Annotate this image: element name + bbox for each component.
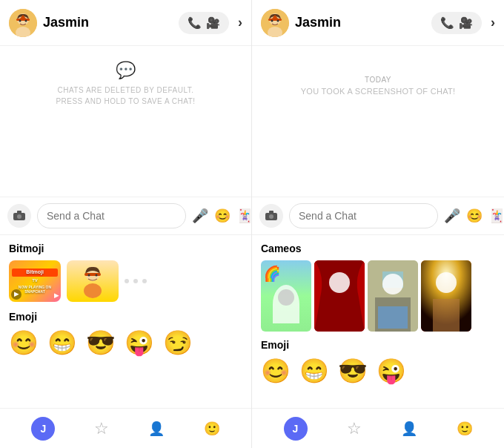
svg-point-5 (19, 19, 21, 22)
emoji-3[interactable]: 😎 (86, 329, 116, 357)
right-chat-input[interactable] (289, 203, 438, 228)
left-bitmoji-row: Bitmoji TV NOW PLAYING ON SNAPCHAT ▶ (9, 260, 242, 302)
right-emoji-1[interactable]: 😊 (261, 357, 291, 385)
left-emoji-title: Emoji (9, 311, 242, 323)
right-video-icon[interactable]: 🎥 (459, 16, 473, 30)
svg-point-20 (271, 19, 273, 22)
svg-point-33 (436, 272, 457, 293)
left-nav-ghost[interactable]: J (31, 417, 55, 441)
right-input-bar: 🎤 😊 🃏 🚀 ! (252, 197, 504, 234)
left-chevron[interactable]: › (238, 15, 242, 30)
emoji-4[interactable]: 😜 (125, 329, 154, 357)
right-nav-star[interactable]: ☆ (347, 419, 362, 438)
svg-rect-9 (17, 211, 21, 214)
left-bottom-nav: J ☆ 👤 🙂 (0, 408, 251, 448)
bitmoji-char-thumb[interactable] (67, 260, 119, 302)
right-avatar (261, 9, 289, 37)
right-call-video-pill[interactable]: 📞 🎥 (431, 12, 482, 34)
cameo-office[interactable] (368, 260, 418, 332)
left-emoji-row: 😊 😁 😎 😜 😏 (9, 329, 242, 357)
left-chat-area: 💬 CHATS ARE DELETED BY DEFAULT. PRESS AN… (0, 46, 251, 197)
left-nav-star[interactable]: ☆ (94, 419, 109, 438)
bitmoji-tv-thumb[interactable]: Bitmoji TV NOW PLAYING ON SNAPCHAT ▶ (9, 260, 61, 302)
right-panel: Jasmin 📞 🎥 › TODAY YOU TOOK A SCREENSHOT… (252, 0, 504, 448)
right-nav-ghost[interactable]: J (284, 417, 308, 441)
right-emoji-icon[interactable]: 😊 (466, 208, 483, 224)
left-sticker-icon[interactable]: 🃏 (236, 208, 252, 224)
left-chat-input[interactable] (37, 203, 186, 228)
svg-point-26 (329, 272, 350, 293)
right-username: Jasmin (295, 15, 431, 30)
right-emoji-4[interactable]: 😜 (377, 357, 406, 385)
svg-point-23 (269, 214, 273, 219)
right-emoji-3[interactable]: 😎 (338, 357, 368, 385)
right-camera-button[interactable] (259, 204, 283, 228)
right-mic-icon[interactable]: 🎤 (444, 208, 460, 224)
left-camera-button[interactable] (7, 204, 31, 228)
left-chat-hint-line1: CHATS ARE DELETED BY DEFAULT. (58, 85, 194, 96)
emoji-2[interactable]: 😁 (47, 329, 77, 357)
right-chat-area: TODAY YOU TOOK A SCREENSHOT OF CHAT! (252, 46, 504, 197)
left-header: Jasmin 📞 🎥 › (0, 0, 251, 46)
cameo-rainbow[interactable]: 🌈 (261, 260, 311, 332)
svg-point-14 (84, 283, 102, 298)
right-emoji-2[interactable]: 😁 (299, 357, 329, 385)
svg-rect-25 (314, 260, 365, 332)
bitmoji-dots (125, 272, 147, 290)
svg-point-8 (17, 214, 21, 219)
svg-rect-3 (16, 19, 30, 21)
svg-point-13 (96, 274, 98, 277)
cameo-red-curtain[interactable] (314, 260, 365, 332)
svg-point-21 (277, 19, 279, 22)
right-today-label: TODAY (365, 76, 391, 84)
svg-rect-18 (268, 19, 282, 21)
left-mic-icon[interactable]: 🎤 (192, 208, 208, 224)
left-username: Jasmin (43, 15, 179, 30)
svg-rect-31 (378, 306, 408, 329)
left-bitmoji-title: Bitmoji (9, 243, 242, 254)
svg-rect-34 (433, 299, 460, 332)
left-panel: Jasmin 📞 🎥 › 💬 CHATS ARE DELETED BY DEFA… (0, 0, 252, 448)
svg-rect-11 (84, 273, 101, 276)
left-call-video-pill[interactable]: 📞 🎥 (179, 12, 229, 34)
svg-point-6 (25, 19, 27, 22)
right-header: Jasmin 📞 🎥 › (252, 0, 504, 46)
left-nav-person[interactable]: 👤 (148, 421, 165, 437)
right-nav-smiley[interactable]: 🙂 (457, 421, 473, 437)
emoji-5[interactable]: 😏 (163, 329, 193, 357)
svg-point-30 (382, 274, 403, 294)
right-bottom-nav: J ☆ 👤 🙂 (252, 408, 504, 448)
right-emoji-title: Emoji (261, 339, 495, 351)
left-avatar (9, 9, 37, 37)
right-chevron[interactable]: › (491, 15, 495, 30)
svg-rect-24 (269, 211, 273, 214)
right-emoji-row: 😊 😁 😎 😜 (261, 357, 495, 385)
left-chat-hint-line2: PRESS AND HOLD TO SAVE A CHAT! (56, 96, 195, 107)
right-screenshot-text: YOU TOOK A SCREENSHOT OF CHAT! (301, 87, 456, 96)
svg-point-12 (88, 274, 90, 277)
left-nav-smiley[interactable]: 🙂 (204, 421, 220, 437)
left-input-bar: 🎤 😊 🃏 🚀 ! (0, 197, 251, 234)
left-call-icon[interactable]: 📞 (188, 16, 202, 30)
left-chat-hint-icon: 💬 (116, 61, 136, 80)
right-cameos-grid: 🌈 (261, 260, 495, 332)
cameo-glam[interactable] (421, 260, 471, 332)
right-sticker-icon[interactable]: 🃏 (488, 208, 504, 224)
right-cameos-title: Cameos (261, 243, 495, 254)
left-video-icon[interactable]: 🎥 (206, 16, 220, 30)
emoji-1[interactable]: 😊 (9, 329, 39, 357)
right-nav-person[interactable]: 👤 (401, 421, 417, 437)
right-call-icon[interactable]: 📞 (440, 16, 454, 30)
left-emoji-icon[interactable]: 😊 (214, 208, 231, 224)
left-header-actions: 📞 🎥 › (179, 12, 242, 34)
right-header-actions: 📞 🎥 › (431, 12, 495, 34)
left-bottom-tray: Bitmoji Bitmoji TV NOW PLAYING ON SNAPCH… (0, 234, 251, 408)
right-bottom-tray: Cameos 🌈 (252, 234, 504, 408)
